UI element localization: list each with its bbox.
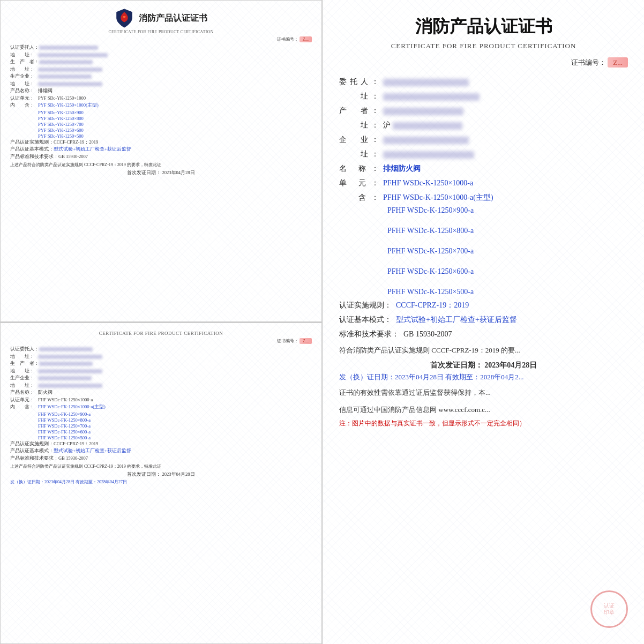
field-mode-value: 型式试验+初始工厂检查+获证后监督 (54, 146, 131, 153)
field-enterprise-value (38, 73, 312, 79)
b-contains-item-3: FHF WSDc-FK-1250×700-a (38, 423, 312, 429)
cert-title-zh: 消防产品认证证书 (139, 13, 207, 24)
b-contains-list: FHF WSDc-FK-1250×900-a FHF WSDc-FK-1250×… (38, 411, 312, 440)
b-field-cert-unit: 认证单元： FHF WSDc-FK-1250×1000-a (10, 397, 312, 403)
r-field-std-value: GB 15930-2007 (403, 328, 452, 340)
b-field-contains: 内 含： FHF WSDc-FK-1250×1000-a(主型) (10, 404, 312, 410)
r-field-product-label: 名 称 (339, 163, 371, 174)
r-first-date: 首次发证日期： 2023年04月28日 (339, 361, 628, 370)
cert-title-en: CERTIFICATE FOR FIRE PRODUCT CERTIFICATI… (10, 29, 312, 34)
field-cert-unit-label: 认证单元： (10, 95, 38, 102)
r-red-notice: 注：图片中的数据与真实证书一致，但显示形式不一定完全相同） (339, 419, 628, 428)
r-first-date-value: 2023年04月28日 (484, 361, 537, 369)
b-field-std-label: 产品标准和技术要求： (10, 455, 58, 462)
r-field-std: 标准和技术要求 ： GB 15930-2007 (339, 328, 628, 340)
r-field-product-value: 排烟防火阀 (383, 163, 421, 174)
contains-item-5: PYF SDc-YK-1250×500 (38, 133, 312, 139)
b-field-mode: 产品认证基本模式： 型式试验+初始工厂检查+获证后监督 (10, 448, 312, 454)
red-stamp: 认证印章 (590, 590, 628, 628)
field-addr2-value (38, 66, 312, 72)
contains-item-1: PYF SDc-YK-1250×900 (38, 110, 312, 115)
b-field-enterprise-value (38, 375, 312, 380)
field-std-value: GB 15930-2007 (58, 154, 312, 159)
field-addr1-value (38, 52, 312, 57)
field-addr2-label: 地 址： (10, 66, 38, 73)
b-field-std: 产品标准和技术要求： GB 15930-2007 (10, 455, 312, 462)
first-date: 首次发证日期： 2023年04月28日 (10, 170, 312, 176)
r-first-date-label: 首次发证日期： (430, 361, 483, 369)
b-field-producer-label: 生 产 者： (10, 361, 39, 367)
cert-bottom-number-label: 证书编号： (277, 339, 298, 343)
cert-number-row: 证书编号： Z... (10, 36, 312, 42)
r-field-mode-value: 型式试验+初始工厂检查+获证后监督 (396, 314, 517, 325)
b-field-addr2-value (38, 368, 312, 373)
field-enterprise: 生产企业： (10, 73, 312, 80)
b-field-enterprise-label: 生产企业： (10, 375, 38, 381)
cert-bottom-title-en: CERTIFICATE FOR FIRE PRODUCT CERTIFICATI… (10, 331, 312, 336)
cert-bottom-number-row: 证书编号： Z... (10, 338, 312, 344)
b-field-cert-unit-label: 认证单元： (10, 397, 38, 403)
field-product-label: 产品名称： (10, 88, 38, 94)
cert-top-left: 消防产品认证证书 CERTIFICATE FOR FIRE PRODUCT CE… (0, 0, 322, 322)
b-first-date: 首次发证日期： 2023年04月28日 (10, 471, 312, 478)
b-field-client-value (39, 346, 312, 351)
cert-bottom-number-value: Z... (299, 338, 312, 344)
b-field-mode-value: 型式试验+初始工厂检查+获证后监督 (54, 448, 131, 454)
cert-number-label: 证书编号： (277, 37, 298, 42)
r-field-addr2-label: 址 (339, 119, 371, 131)
first-date-label: 首次发证日期： (127, 170, 161, 175)
r-field-std-label: 标准和技术要求 (339, 328, 392, 340)
r-issue-date: 发（换）证日期：2023年04月28日 有效期至：2028年04月2... (339, 372, 628, 382)
r-cert-number-label: 证书编号： (571, 58, 606, 66)
field-addr2: 地 址： (10, 66, 312, 73)
contains-item-2: PYF SDc-YK-1250×800 (38, 116, 312, 121)
field-producer: 生 产 者： (10, 59, 312, 65)
b-footer-text: 上述产品符合消防类产品认证实施规则 CCCF-CPRZ-19：2019 的要求，… (10, 463, 312, 470)
r-field-cert-unit: 单 元 ： PFHF WSDc-K-1250×1000-a (339, 177, 628, 189)
b-field-client: 认证委托人： (10, 346, 312, 353)
r-contains-item-1: PFHF WSDc-K-1250×900-a (387, 206, 628, 215)
b-field-mode-label: 产品认证基本模式： (10, 448, 54, 454)
r-cert-title-zh: 消防产品认证证书 (339, 15, 628, 39)
b-field-contains-label: 内 含： (10, 404, 38, 410)
b-field-addr2: 地 址： (10, 368, 312, 375)
field-addr1-label: 地 址： (10, 52, 38, 58)
field-producer-value (39, 59, 312, 64)
r-contains-item-4: PFHF WSDc-K-1250×600-a (387, 267, 628, 276)
field-cert-unit: 认证单元： PYF SDc-YK-1250×1000 (10, 95, 312, 102)
cert-header: 消防产品认证证书 (10, 8, 312, 28)
b-field-addr3-value (38, 383, 312, 388)
field-cert-unit-value: PYF SDc-YK-1250×1000 (38, 95, 312, 101)
r-field-addr1-label: 址 (339, 91, 371, 102)
b-field-addr3: 地 址： (10, 383, 312, 389)
r-field-product-name: 名 称 ： 排烟防火阀 (339, 163, 628, 174)
b-first-date-label: 首次发证日期： (127, 471, 161, 477)
b-field-rule: 产品认证实施规则： CCCF-CPRZ-19：2019 (10, 441, 312, 447)
b-contains-item-2: FHF WSDc-FK-1250×800-a (38, 417, 312, 423)
cert-number-value: Z... (299, 36, 312, 42)
r-contains-item-2: PFHF WSDc-K-1250×800-a (387, 227, 628, 235)
b-field-product-value: 防火阀 (38, 390, 53, 396)
field-mode-label: 产品认证基本模式： (10, 146, 54, 153)
contains-item-4: PYF SDc-YK-1250×600 (38, 128, 312, 133)
field-addr1: 地 址： (10, 52, 312, 58)
r-field-rule-label: 认证实施规则 (339, 299, 384, 311)
cert-bottom-left: CERTIFICATE FOR FIRE PRODUCT CERTIFICATI… (0, 322, 322, 644)
field-std-label: 产品标准和技术要求： (10, 154, 58, 160)
r-field-producer: 产 者 ： (339, 105, 628, 116)
field-producer-label: 生 产 者： (10, 59, 39, 65)
cert-right: 消防产品认证证书 CERTIFICATE FOR FIRE PRODUCT CE… (322, 0, 644, 644)
r-field-producer-label: 产 者 (339, 105, 371, 116)
field-contains: 内 含： PYF SDc-YK-1250×1000(主型) (10, 102, 312, 109)
field-product-value: 排烟阀 (38, 88, 53, 94)
field-contains-label: 内 含： (10, 102, 38, 109)
field-rule-label: 产品认证实施规则： (10, 139, 54, 146)
field-enterprise-label: 生产企业： (10, 73, 38, 80)
b-field-addr1: 地 址： (10, 354, 312, 360)
b-field-product-label: 产品名称： (10, 390, 38, 396)
b-contains-item-1: FHF WSDc-FK-1250×900-a (38, 411, 312, 417)
r-field-cert-unit-value: PFHF WSDc-K-1250×1000-a (383, 177, 473, 189)
r-field-addr2: 址 ： 沪 (339, 119, 628, 131)
b-field-contains-main: FHF WSDc-FK-1250×1000-a(主型) (38, 404, 106, 410)
b-first-date-value: 2023年04月28日 (162, 471, 195, 477)
